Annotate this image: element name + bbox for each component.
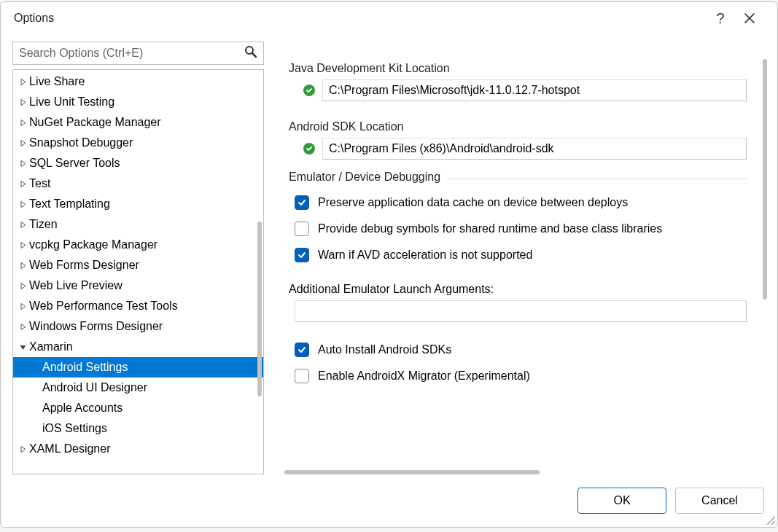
chevron-right-icon[interactable] <box>17 262 28 269</box>
chevron-right-icon[interactable] <box>17 283 28 289</box>
chevron-right-icon[interactable] <box>17 160 28 167</box>
group-title: Emulator / Device Debugging <box>289 171 446 184</box>
tree-item[interactable]: iOS Settings <box>13 418 263 439</box>
chevron-right-icon[interactable] <box>17 140 28 146</box>
tree-item-label: Tizen <box>29 218 58 231</box>
sdk-path-row <box>289 138 747 160</box>
tree-item[interactable]: Web Live Preview <box>13 275 263 296</box>
tree-item-label: NuGet Package Manager <box>29 116 161 129</box>
option-label: Enable AndroidX Migrator (Experimental) <box>318 369 530 383</box>
option-row: Provide debug symbols for shared runtime… <box>289 216 747 242</box>
tree-item-label: Apple Accounts <box>42 402 122 415</box>
tree-item[interactable]: Text Templating <box>13 194 263 214</box>
option-row: Enable AndroidX Migrator (Experimental) <box>289 363 747 389</box>
tree-item[interactable]: Snapshot Debugger <box>13 133 263 153</box>
tree-item[interactable]: Xamarin <box>13 337 263 357</box>
tree-item[interactable]: Web Forms Designer <box>13 255 263 275</box>
chevron-down-icon[interactable] <box>17 344 28 351</box>
tree-item[interactable]: Android Settings <box>13 357 263 378</box>
search-icon <box>244 45 257 61</box>
chevron-right-icon[interactable] <box>17 242 28 249</box>
chevron-right-icon[interactable] <box>17 79 28 85</box>
chevron-right-icon[interactable] <box>17 324 28 330</box>
help-icon: ? <box>716 10 724 27</box>
checkbox[interactable] <box>295 195 309 210</box>
tree-item[interactable]: Live Unit Testing <box>13 92 263 112</box>
tree-item-label: iOS Settings <box>42 422 107 435</box>
checkbox[interactable] <box>295 343 309 357</box>
tree-item-label: Windows Forms Designer <box>29 320 163 333</box>
close-button[interactable] <box>735 2 764 34</box>
jdk-path-row <box>289 79 747 101</box>
settings-vertical-scrollbar[interactable] <box>763 59 767 300</box>
checkbox[interactable] <box>295 248 309 262</box>
tree-item-label: vcpkg Package Manager <box>29 238 157 251</box>
tree-item-label: Xamarin <box>29 340 73 353</box>
option-label: Warn if AVD acceleration is not supporte… <box>318 249 532 262</box>
help-button[interactable]: ? <box>706 2 735 34</box>
tree-item-label: Test <box>29 177 50 190</box>
tree-item[interactable]: XAML Designer <box>13 439 263 459</box>
tree-item-label: Web Performance Test Tools <box>29 300 178 313</box>
emulator-debugging-group: Emulator / Device Debugging Preserve app… <box>289 179 747 389</box>
options-tree: Live ShareLive Unit TestingNuGet Package… <box>12 69 264 474</box>
additional-args-label: Additional Emulator Launch Arguments: <box>289 283 747 296</box>
tree-item[interactable]: NuGet Package Manager <box>13 112 263 133</box>
tree-item-label: XAML Designer <box>29 442 110 455</box>
tree-item[interactable]: SQL Server Tools <box>13 153 263 173</box>
tree-item-label: Android UI Designer <box>42 381 147 394</box>
checkbox[interactable] <box>295 369 309 383</box>
tree-item-label: Live Unit Testing <box>29 95 114 109</box>
tree-item-label: SQL Server Tools <box>29 157 120 170</box>
jdk-location-label: Java Development Kit Location <box>289 62 747 75</box>
tree-item[interactable]: Windows Forms Designer <box>13 316 263 337</box>
tree-item[interactable]: Apple Accounts <box>13 398 263 418</box>
option-label: Provide debug symbols for shared runtime… <box>318 222 662 235</box>
ok-button[interactable]: OK <box>577 488 666 514</box>
chevron-right-icon[interactable] <box>17 120 28 126</box>
dialog-body: Live ShareLive Unit TestingNuGet Package… <box>1 34 777 474</box>
tree-item-label: Text Templating <box>29 197 110 211</box>
tree-item-label: Web Live Preview <box>29 279 122 292</box>
additional-args-input[interactable] <box>295 300 747 322</box>
chevron-right-icon[interactable] <box>17 181 28 187</box>
tree-item[interactable]: Tizen <box>13 214 263 235</box>
checkbox[interactable] <box>295 222 309 236</box>
option-label: Preserve application data cache on devic… <box>318 196 628 209</box>
tree-item-label: Android Settings <box>42 361 128 374</box>
tree-item[interactable]: Android UI Designer <box>13 378 263 398</box>
chevron-right-icon[interactable] <box>17 201 28 208</box>
chevron-right-icon[interactable] <box>17 303 28 310</box>
jdk-path-input[interactable] <box>322 79 747 101</box>
option-row: Auto Install Android SDKs <box>289 337 747 363</box>
valid-icon <box>303 143 315 154</box>
search-input[interactable] <box>13 42 263 64</box>
option-row: Warn if AVD acceleration is not supporte… <box>289 242 747 268</box>
option-row: Preserve application data cache on devic… <box>289 189 747 216</box>
sdk-path-input[interactable] <box>322 138 747 160</box>
chevron-right-icon[interactable] <box>17 222 28 228</box>
resize-grip[interactable] <box>763 513 775 525</box>
left-panel: Live ShareLive Unit TestingNuGet Package… <box>12 42 264 474</box>
options-dialog: Options ? Live ShareLive Unit TestingNuG… <box>0 1 778 528</box>
cancel-button[interactable]: Cancel <box>675 488 764 514</box>
settings-panel: Java Development Kit Location Android SD… <box>279 42 769 474</box>
tree-item-label: Live Share <box>29 75 85 88</box>
valid-icon <box>303 85 315 96</box>
dialog-button-row: OK Cancel <box>1 474 777 527</box>
option-label: Auto Install Android SDKs <box>318 343 451 356</box>
tree-item-label: Web Forms Designer <box>29 259 139 272</box>
tree-item[interactable]: vcpkg Package Manager <box>13 235 263 255</box>
window-title: Options <box>14 12 706 25</box>
chevron-right-icon[interactable] <box>17 446 28 453</box>
search-wrapper <box>12 42 264 65</box>
tree-scrollbar[interactable] <box>257 222 262 396</box>
settings-horizontal-scrollbar[interactable] <box>284 470 540 474</box>
sdk-location-label: Android SDK Location <box>289 120 747 133</box>
tree-item[interactable]: Live Share <box>13 71 263 92</box>
titlebar: Options ? <box>1 2 777 34</box>
tree-item[interactable]: Web Performance Test Tools <box>13 296 263 316</box>
chevron-right-icon[interactable] <box>17 99 28 106</box>
tree-item[interactable]: Test <box>13 173 263 194</box>
close-icon <box>744 12 755 24</box>
